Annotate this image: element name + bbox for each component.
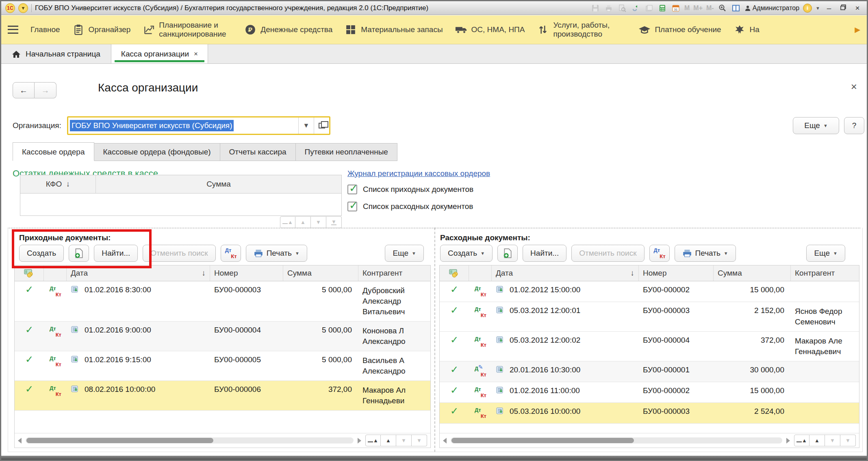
subtab-3[interactable]: Путевки неоплаченные — [296, 143, 397, 161]
checkbox-icon[interactable]: ✓ — [347, 202, 357, 211]
scroll-left-icon[interactable] — [443, 438, 447, 444]
combo-dropdown-icon[interactable]: ▼ — [298, 117, 314, 134]
back-button[interactable]: ← — [13, 82, 35, 98]
expense-find-button[interactable]: Найти... — [523, 245, 566, 262]
hamburger-icon[interactable] — [8, 26, 18, 34]
column-header-number[interactable]: Номер — [639, 265, 714, 281]
ribbon-item-5[interactable]: ОС, НМА, НПА — [455, 24, 525, 36]
column-header-amount[interactable]: Сумма — [714, 265, 791, 281]
income-table-row[interactable]: ✓ДтКт01.02.2016 9:00:00БУ00-0000045 000,… — [15, 322, 430, 351]
help-button[interactable]: ? — [844, 117, 864, 134]
income-table-row[interactable]: ✓ДтКт01.02.2016 8:30:00БУ00-0000035 000,… — [15, 281, 430, 322]
flags-column[interactable] — [469, 265, 492, 281]
ribbon-item-8[interactable]: На — [733, 24, 760, 36]
horizontal-scrollbar[interactable] — [451, 437, 782, 444]
go-up-icon[interactable]: ▲ — [381, 435, 396, 446]
column-header-number[interactable]: Номер — [210, 265, 283, 281]
restore-button[interactable] — [838, 4, 848, 13]
ribbon-item-4[interactable]: Материальные запасы — [345, 24, 443, 36]
current-user[interactable]: Администратор — [744, 4, 799, 12]
print-icon[interactable] — [604, 3, 614, 13]
close-form-icon[interactable]: × — [851, 80, 857, 93]
column-header-kfo[interactable]: КФО ↓ — [20, 175, 96, 193]
close-window-button[interactable]: × — [852, 4, 863, 13]
horizontal-scrollbar[interactable] — [26, 437, 354, 444]
column-header-contragent[interactable]: Контрагент — [358, 265, 430, 281]
checkbox-income-list[interactable]: ✓ Список приходных документов — [347, 185, 473, 194]
scroll-right-icon[interactable] — [786, 438, 790, 444]
ribbon-overflow-arrow-icon[interactable]: ▶ — [855, 25, 860, 34]
panel-splitter[interactable] — [434, 228, 435, 452]
subtab-1[interactable]: Кассовые ордера (фондовые) — [94, 143, 220, 161]
expense-create-button[interactable]: Создать ▼ — [440, 245, 493, 262]
go-last-icon[interactable]: ▼ — [840, 435, 856, 446]
main-menu-button[interactable]: ▼ — [18, 3, 28, 13]
column-header-amount[interactable]: Сумма — [283, 265, 358, 281]
expense-print-button[interactable]: Печать ▼ — [675, 245, 736, 262]
split-view-icon[interactable] — [731, 3, 741, 13]
expense-cancel-search-button[interactable]: Отменить поиск — [571, 245, 644, 262]
income-more-button[interactable]: Еще ▼ — [385, 245, 424, 262]
recent-docs-icon[interactable] — [644, 3, 654, 13]
chevron-down-icon[interactable]: ▼ — [816, 6, 820, 11]
flags-column[interactable] — [44, 265, 67, 281]
income-create-button[interactable]: Создать — [19, 245, 64, 262]
combo-open-icon[interactable] — [314, 117, 329, 134]
expense-table-row[interactable]: ✓ДтКт05.03.2012 12:00:02БУ00-000004372,0… — [440, 332, 859, 361]
go-first-icon[interactable]: ▲ — [280, 216, 295, 228]
save-icon[interactable] — [590, 3, 600, 13]
ribbon-item-1[interactable]: Органайзер — [72, 24, 131, 36]
go-last-icon[interactable]: ▼ — [412, 435, 427, 446]
income-table-row[interactable]: ✓ДтКт08.02.2016 10:00:00БУ00-000006372,0… — [15, 381, 430, 411]
income-print-button[interactable]: Печать ▼ — [246, 245, 307, 262]
expense-new-document-button[interactable] — [497, 245, 518, 262]
posted-column-icon[interactable] — [15, 265, 44, 281]
preview-icon[interactable] — [617, 3, 627, 13]
minimize-button[interactable]: – — [824, 4, 834, 13]
go-up-icon[interactable]: ▲ — [809, 435, 825, 446]
scroll-right-icon[interactable] — [358, 438, 361, 444]
scroll-left-icon[interactable] — [18, 438, 22, 444]
zoom-icon[interactable] — [718, 3, 727, 13]
column-header-date[interactable]: Дата↓ — [492, 265, 639, 281]
form-more-button[interactable]: Еще ▼ — [793, 117, 839, 134]
go-first-icon[interactable]: ▲ — [794, 435, 809, 446]
close-tab-icon[interactable]: × — [194, 50, 198, 58]
income-new-document-button[interactable] — [69, 245, 89, 262]
checkbox-icon[interactable]: ✓ — [347, 185, 357, 194]
column-header-contragent[interactable]: Контрагент — [791, 265, 859, 281]
link-icon[interactable] — [631, 3, 640, 13]
expense-table-row[interactable]: ✓ДтКт01.02.2012 15:00:00БУ00-00000215 00… — [440, 281, 859, 302]
calculator-icon[interactable] — [658, 3, 667, 13]
column-header-date[interactable]: Дата↓ — [67, 265, 210, 281]
memory-add-button[interactable]: M+ — [693, 4, 703, 12]
info-icon[interactable]: i — [803, 4, 812, 13]
expense-more-button[interactable]: Еще ▼ — [806, 245, 845, 262]
expense-table-row[interactable]: ✓Д✎Кт20.01.2016 10:30:00БУ00-00000130 00… — [440, 361, 859, 382]
expense-table-row[interactable]: ✓ДтКт01.02.2016 11:00:00БУ00-00000215 00… — [440, 382, 859, 403]
income-cancel-search-button[interactable]: Отменить поиск — [143, 245, 215, 262]
go-up-icon[interactable]: ▲ — [295, 216, 311, 228]
expense-table-row[interactable]: ✓ДтКт05.03.2012 12:00:01БУ00-0000032 152… — [440, 302, 859, 332]
posted-column-icon[interactable] — [440, 265, 469, 281]
income-table-row[interactable]: ✓ДтКт01.02.2016 9:15:00БУ00-0000055 000,… — [15, 351, 430, 381]
ribbon-item-2[interactable]: Планирование и санкционирование — [143, 21, 232, 39]
organization-combobox[interactable]: ГОБУ ВПО Университет искусств (Субсидия)… — [67, 116, 330, 135]
ribbon-item-0[interactable]: Главное — [30, 25, 60, 34]
expense-table-row[interactable]: ✓ДтКт05.03.2016 10:00:00БУ00-0000032 524… — [440, 403, 859, 424]
go-down-icon[interactable]: ▼ — [396, 435, 412, 446]
journal-link[interactable]: Журнал регистрации кассовых ордеров — [347, 169, 490, 178]
go-down-icon[interactable]: ▼ — [825, 435, 840, 446]
balances-table-body[interactable] — [20, 194, 341, 215]
go-first-icon[interactable]: ▲ — [365, 435, 381, 446]
subtab-0[interactable]: Кассовые ордера — [13, 142, 94, 161]
income-find-button[interactable]: Найти... — [94, 245, 138, 262]
calendar-icon[interactable]: 31 — [671, 3, 681, 13]
column-header-summa[interactable]: Сумма — [96, 175, 341, 193]
income-dt-kt-button[interactable]: ДтКт — [221, 245, 241, 262]
ribbon-item-3[interactable]: РДенежные средства — [244, 24, 332, 36]
memory-recall-button[interactable]: M — [684, 4, 690, 12]
go-down-icon[interactable]: ▼ — [311, 216, 326, 228]
subtab-2[interactable]: Отчеты кассира — [220, 143, 296, 161]
expense-dt-kt-button[interactable]: ДтКт — [649, 245, 670, 262]
